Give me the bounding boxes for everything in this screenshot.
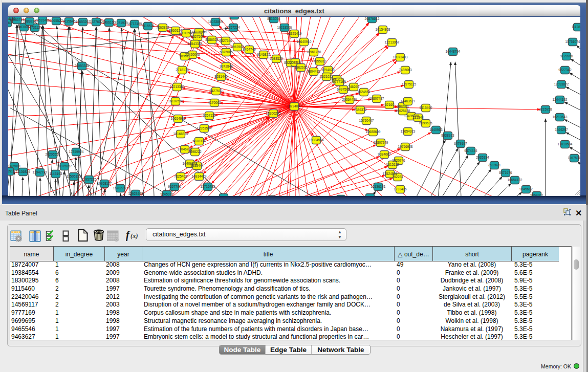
svg-text:12353594: 12353594 [197, 126, 212, 130]
svg-text:1588520: 1588520 [270, 57, 283, 60]
svg-text:9384067: 9384067 [378, 152, 391, 156]
svg-text:10807487: 10807487 [369, 97, 384, 100]
svg-text:16914479: 16914479 [192, 174, 207, 178]
svg-text:5875685: 5875685 [220, 50, 233, 54]
svg-text:7625402: 7625402 [174, 174, 187, 178]
svg-text:9474444: 9474444 [464, 149, 477, 152]
svg-text:2945102: 2945102 [363, 195, 377, 196]
svg-text:8186323: 8186323 [205, 38, 219, 41]
svg-text:1624554: 1624554 [357, 90, 371, 94]
svg-text:1071915: 1071915 [115, 21, 128, 25]
svg-text:9657791: 9657791 [168, 185, 181, 188]
svg-text:16782759: 16782759 [113, 186, 128, 190]
svg-text:1485001: 1485001 [8, 164, 21, 168]
svg-text:231844: 231844 [412, 116, 424, 119]
svg-text:16448794: 16448794 [446, 50, 461, 53]
svg-text:18724007: 18724007 [287, 104, 302, 108]
svg-text:15716485: 15716485 [201, 185, 215, 188]
svg-text:5498222: 5498222 [188, 150, 202, 154]
svg-text:19384554: 19384554 [309, 138, 324, 142]
svg-text:15226058: 15226058 [192, 30, 207, 34]
svg-text:9327546: 9327546 [219, 39, 232, 42]
svg-text:15751074: 15751074 [565, 40, 580, 43]
svg-text:10973493: 10973493 [393, 55, 408, 59]
svg-text:16107550: 16107550 [168, 99, 183, 103]
svg-text:4170060: 4170060 [208, 101, 221, 104]
svg-text:17359924: 17359924 [69, 150, 84, 154]
svg-text:963001: 963001 [18, 25, 30, 29]
svg-text:18807249: 18807249 [374, 141, 388, 144]
svg-text:1362615: 1362615 [294, 65, 308, 69]
svg-text:12975115: 12975115 [402, 82, 417, 86]
svg-text:1112840: 1112840 [572, 25, 580, 29]
svg-text:13654923: 13654923 [401, 129, 416, 133]
svg-text:12213380: 12213380 [170, 85, 185, 89]
svg-text:1167531: 1167531 [568, 156, 580, 160]
svg-text:3215958: 3215958 [539, 107, 552, 111]
svg-text:989612: 989612 [179, 54, 190, 58]
svg-text:7857224: 7857224 [227, 26, 240, 29]
svg-text:7663822: 7663822 [156, 26, 169, 29]
svg-text:12942737: 12942737 [33, 170, 48, 174]
svg-text:19166825: 19166825 [173, 132, 188, 136]
svg-text:9245012: 9245012 [160, 192, 173, 196]
svg-text:1320746: 1320746 [392, 159, 405, 162]
svg-text:8471676: 8471676 [499, 171, 512, 174]
svg-text:16210643: 16210643 [553, 115, 568, 119]
svg-text:10688609: 10688609 [366, 130, 381, 134]
svg-text:16713155: 16713155 [127, 22, 142, 26]
svg-text:8031440: 8031440 [214, 75, 228, 78]
svg-text:7515526: 7515526 [141, 24, 155, 28]
svg-text:9129966: 9129966 [560, 54, 573, 58]
svg-text:12093872: 12093872 [554, 82, 569, 86]
svg-text:1527602: 1527602 [90, 20, 103, 24]
svg-text:1640953: 1640953 [429, 128, 443, 132]
svg-text:9664301: 9664301 [530, 193, 543, 196]
svg-text:8813054: 8813054 [267, 17, 280, 20]
svg-text:10958117: 10958117 [97, 182, 112, 185]
svg-text:20053346: 20053346 [75, 64, 90, 68]
svg-text:1220377: 1220377 [289, 60, 302, 64]
svg-text:20364436: 20364436 [342, 98, 357, 101]
svg-text:7955812: 7955812 [313, 59, 326, 63]
svg-text:10654122: 10654122 [508, 178, 522, 182]
svg-text:19218506: 19218506 [277, 26, 292, 29]
svg-text:973112: 973112 [29, 26, 40, 29]
svg-text:16961758: 16961758 [307, 50, 321, 54]
svg-text:10154808: 10154808 [376, 28, 390, 31]
svg-text:26876612: 26876612 [365, 17, 380, 20]
svg-text:2089231: 2089231 [23, 19, 36, 23]
svg-text:10653267: 10653267 [76, 20, 91, 24]
svg-text:1065527: 1065527 [50, 19, 63, 23]
svg-text:3267110: 3267110 [203, 114, 216, 117]
svg-text:15136141: 15136141 [371, 185, 386, 188]
svg-text:13325419: 13325419 [287, 32, 302, 35]
svg-text:5878334: 5878334 [192, 139, 206, 143]
svg-text:16543382: 16543382 [188, 42, 203, 46]
svg-text:1145193: 1145193 [50, 172, 62, 176]
svg-text:12444192: 12444192 [553, 98, 568, 101]
svg-text:9115460: 9115460 [420, 106, 432, 110]
svg-text:1369297: 1369297 [555, 128, 568, 132]
svg-text:9227342: 9227342 [558, 68, 572, 72]
svg-text:8466160: 8466160 [102, 20, 116, 24]
svg-text:1104921: 1104921 [217, 195, 230, 196]
svg-text:15720407: 15720407 [359, 119, 374, 122]
svg-text:12923448: 12923448 [128, 192, 143, 195]
svg-text:891295: 891295 [181, 31, 192, 35]
svg-text:2935134: 2935134 [476, 156, 489, 159]
svg-text:391515: 391515 [8, 169, 15, 173]
svg-text:12213957: 12213957 [385, 40, 400, 44]
svg-text:f: f [126, 229, 130, 241]
svg-text:(x): (x) [130, 232, 138, 239]
svg-text:7485063: 7485063 [399, 68, 412, 72]
svg-text:252234: 252234 [392, 175, 403, 179]
svg-text:12505135: 12505135 [67, 174, 81, 178]
svg-text:62160: 62160 [385, 103, 394, 106]
svg-text:18640910: 18640910 [297, 40, 312, 43]
svg-text:20691406: 20691406 [35, 18, 50, 22]
svg-text:6899695: 6899695 [419, 121, 432, 125]
svg-text:10975857: 10975857 [57, 164, 72, 168]
svg-text:2718176: 2718176 [176, 68, 189, 72]
svg-text:14463627: 14463627 [401, 99, 416, 103]
